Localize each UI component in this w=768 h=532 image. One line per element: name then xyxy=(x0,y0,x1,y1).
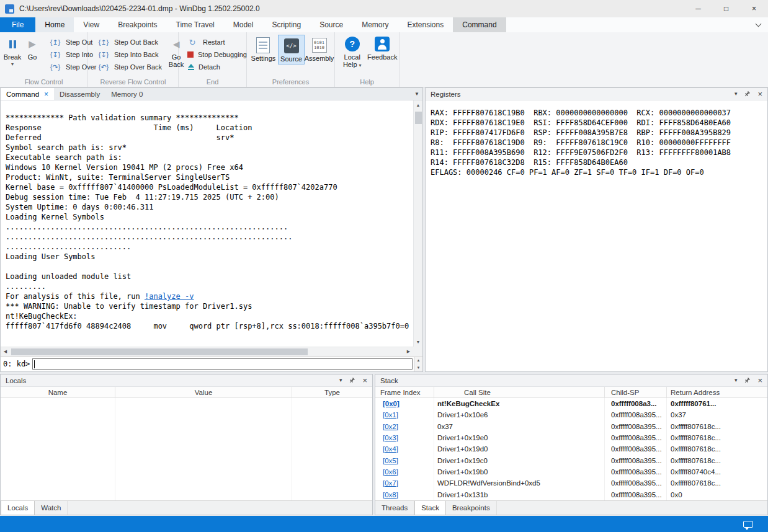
scroll-up-icon[interactable]: ▲ xyxy=(414,100,423,110)
column-header-return-address[interactable]: Return Address xyxy=(667,387,767,397)
analyze-command-link[interactable]: !analyze -v xyxy=(145,292,194,301)
frame-index-link[interactable]: [0x5] xyxy=(375,457,434,464)
stack-frame-row: [0x1]Driver1+0x10e60xfffff008a395...0x37 xyxy=(375,409,767,420)
locals-tab-locals[interactable]: Locals xyxy=(1,501,35,515)
vertical-scroll-thumb[interactable] xyxy=(415,112,422,124)
local-help-caret-icon: ▾ xyxy=(359,63,362,68)
assembly-icon: 01011010 xyxy=(312,37,327,53)
stack-tab-threads[interactable]: Threads xyxy=(375,501,414,515)
local-help-button[interactable]: ? Local Help ▾ xyxy=(337,35,367,71)
stack-frame-row: [0x7]WDFLDR!WdfVersionBind+0xd50xfffff00… xyxy=(375,477,767,489)
frame-index-link[interactable]: [0x1] xyxy=(375,411,434,419)
scroll-right-icon[interactable]: ▶ xyxy=(404,347,413,357)
child-sp-value: 0xfffff008a3... xyxy=(605,400,667,407)
column-header-call-site[interactable]: Call Site xyxy=(434,387,605,397)
stack-rows: [0x0]nt!KeBugCheckEx0xfffff008a3...0xfff… xyxy=(375,398,767,500)
frame-index-link[interactable]: [0x4] xyxy=(375,445,434,453)
stop-debugging-button[interactable]: Stop Debugging xyxy=(182,48,249,61)
break-dropdown-caret-icon[interactable]: ▾ xyxy=(11,62,14,67)
column-header-name[interactable]: Name xyxy=(1,387,115,397)
ribbon-tab-model[interactable]: Model xyxy=(224,17,263,32)
step-out-back-button[interactable]: {↥}Step Out Back xyxy=(94,36,164,48)
child-sp-value: 0xfffff008a395... xyxy=(605,457,667,464)
maximize-button[interactable]: □ xyxy=(712,0,740,17)
step-out-back-icon: {↥} xyxy=(96,38,111,47)
command-vertical-scrollbar[interactable]: ▲ ▼ xyxy=(413,100,422,347)
frame-index-link[interactable]: [0x6] xyxy=(375,468,434,476)
help-question-icon: ? xyxy=(345,36,360,52)
close-button[interactable]: × xyxy=(740,0,768,17)
command-horizontal-scrollbar[interactable]: ◀ ▶ xyxy=(1,347,413,356)
stack-menu-icon[interactable]: ▾ xyxy=(735,378,738,383)
return-address-value: 0xfffff807618c... xyxy=(667,445,767,453)
locals-tab-watch[interactable]: Watch xyxy=(35,501,68,515)
column-header-child-sp[interactable]: Child-SP xyxy=(605,387,667,397)
step-into-back-button[interactable]: {↧}Step Into Back xyxy=(94,48,164,61)
feedback-chat-icon[interactable] xyxy=(743,521,753,528)
minimize-button[interactable]: ─ xyxy=(684,0,712,17)
assembly-button[interactable]: 01011010 Assembly xyxy=(306,35,333,63)
stack-frame-row: [0x0]nt!KeBugCheckEx0xfffff008a3...0xfff… xyxy=(375,398,767,409)
settings-button[interactable]: Settings xyxy=(250,35,277,63)
call-site-value: Driver1+0x10e6 xyxy=(434,411,605,419)
call-site-value: WDFLDR!WdfVersionBind+0xd5 xyxy=(434,479,605,487)
ribbon-tab-file[interactable]: File xyxy=(0,17,35,32)
frame-index-link[interactable]: [0x7] xyxy=(375,479,434,487)
tab-command[interactable]: Command × xyxy=(1,88,54,100)
tab-list-dropdown-icon[interactable]: ▼ xyxy=(411,88,422,100)
ribbon-tab-view[interactable]: View xyxy=(74,17,109,32)
frame-index-link[interactable]: [0x0] xyxy=(375,400,434,407)
call-site-value: 0x37 xyxy=(434,423,605,430)
ribbon-tab-breakpoints[interactable]: Breakpoints xyxy=(109,17,166,32)
locals-pin-icon[interactable] xyxy=(349,377,355,384)
horizontal-scroll-thumb[interactable] xyxy=(11,348,308,355)
ribbon-tab-extensions[interactable]: Extensions xyxy=(398,17,453,32)
scroll-down-icon[interactable]: ▼ xyxy=(414,337,423,347)
stack-pin-icon[interactable] xyxy=(744,377,751,384)
registers-pin-icon[interactable] xyxy=(744,91,751,97)
stack-tab-breakpoints[interactable]: Breakpoints xyxy=(446,501,497,515)
ribbon-tab-home[interactable]: Home xyxy=(35,17,74,32)
spinner-up-icon[interactable]: ▲ xyxy=(414,357,422,365)
go-play-icon: ▶ xyxy=(29,36,36,52)
ribbon-tab-scripting[interactable]: Scripting xyxy=(262,17,310,32)
group-label-end: End xyxy=(179,78,246,86)
registers-close-icon[interactable]: × xyxy=(757,90,762,98)
registers-menu-icon[interactable]: ▾ xyxy=(735,91,738,97)
scroll-left-icon[interactable]: ◀ xyxy=(1,347,10,357)
ribbon-collapse-button[interactable] xyxy=(748,17,768,32)
tab-close-icon[interactable]: × xyxy=(44,91,48,98)
return-address-value: 0xfffff80761... xyxy=(667,400,767,407)
tab-disassembly[interactable]: Disassembly xyxy=(54,88,105,100)
stop-icon xyxy=(187,51,194,58)
ribbon-tab-command[interactable]: Command xyxy=(453,17,506,32)
go-button[interactable]: ▶ Go xyxy=(22,35,42,62)
break-button[interactable]: Break ▾ xyxy=(2,35,22,68)
tab-memory-0[interactable]: Memory 0 xyxy=(105,88,148,100)
child-sp-value: 0xfffff008a395... xyxy=(605,411,667,419)
column-header-frame-index[interactable]: Frame Index xyxy=(375,387,434,397)
column-header-value[interactable]: Value xyxy=(115,387,292,397)
locals-title: Locals xyxy=(6,377,26,384)
workspace: Command × Disassembly Memory 0 ▼ *******… xyxy=(0,87,768,515)
ribbon-tab-memory[interactable]: Memory xyxy=(352,17,398,32)
source-button[interactable]: </> Source xyxy=(278,35,305,64)
ribbon-tab-source[interactable]: Source xyxy=(310,17,352,32)
column-header-type[interactable]: Type xyxy=(292,387,372,397)
restart-button[interactable]: ↻Restart xyxy=(182,36,249,48)
feedback-button[interactable]: Feedback xyxy=(367,35,398,62)
command-output: ************* Path validation summary **… xyxy=(1,100,413,347)
step-over-back-button[interactable]: {↶}Step Over Back xyxy=(94,61,164,73)
frame-index-link[interactable]: [0x8] xyxy=(375,491,434,499)
ribbon-tab-time-travel[interactable]: Time Travel xyxy=(167,17,224,32)
locals-close-icon[interactable]: × xyxy=(362,376,367,384)
input-history-spinner[interactable]: ▲▼ xyxy=(414,357,422,371)
frame-index-link[interactable]: [0x2] xyxy=(375,423,434,430)
stack-close-icon[interactable]: × xyxy=(757,376,762,384)
stack-tab-stack[interactable]: Stack xyxy=(414,501,446,515)
locals-menu-icon[interactable]: ▾ xyxy=(339,378,342,383)
spinner-down-icon[interactable]: ▼ xyxy=(414,364,422,371)
command-input[interactable] xyxy=(32,358,413,370)
detach-button[interactable]: Detach xyxy=(182,61,249,73)
frame-index-link[interactable]: [0x3] xyxy=(375,434,434,441)
